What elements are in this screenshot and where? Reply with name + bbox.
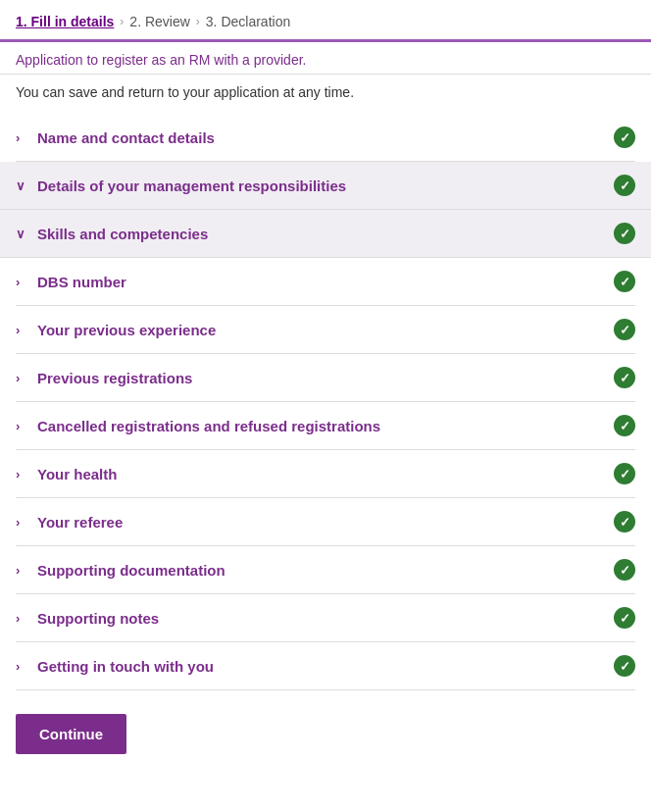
button-area: Continue — [0, 690, 651, 778]
section-cancelled-registrations-label: Cancelled registrations and refused regi… — [37, 418, 380, 434]
step-1-label: 1. Fill in details — [16, 14, 114, 29]
page-wrapper: 1. Fill in details › 2. Review › 3. Decl… — [0, 0, 651, 778]
chevron-right-icon-dbs: › — [16, 275, 29, 289]
section-previous-experience-label: Your previous experience — [37, 322, 216, 338]
chevron-right-icon-referee: › — [16, 515, 29, 530]
step-3[interactable]: 3. Declaration — [206, 14, 290, 29]
chevron-down-icon-mgmt: ∨ — [16, 178, 29, 193]
chevron-right-icon-notes: › — [16, 611, 29, 626]
step-2-label: 2. Review — [129, 14, 189, 29]
continue-button[interactable]: Continue — [16, 714, 126, 754]
complete-check-icon-referee — [614, 511, 635, 533]
section-supporting-documentation[interactable]: › Supporting documentation — [16, 546, 635, 594]
save-return-text: You can save and return to your applicat… — [0, 75, 651, 114]
section-previous-registrations[interactable]: › Previous registrations — [16, 354, 635, 402]
complete-check-icon-docs — [614, 559, 635, 581]
app-description: Application to register as an RM with a … — [0, 42, 651, 75]
complete-check-icon-touch — [614, 655, 635, 677]
section-your-referee[interactable]: › Your referee — [16, 498, 635, 546]
section-management-responsibilities-label: Details of your management responsibilit… — [37, 178, 346, 194]
complete-check-icon-health — [614, 463, 635, 484]
sections-list: › Name and contact details ∨ Details of … — [0, 114, 651, 690]
step-1[interactable]: 1. Fill in details — [16, 14, 114, 29]
chevron-right-icon-cancelled: › — [16, 419, 29, 433]
complete-check-icon-notes — [614, 607, 635, 629]
section-your-health-label: Your health — [37, 466, 117, 482]
complete-check-icon-exp — [614, 319, 635, 340]
complete-check-icon — [614, 127, 635, 148]
arrow-2: › — [196, 15, 200, 28]
section-previous-experience[interactable]: › Your previous experience — [16, 306, 635, 354]
section-previous-registrations-label: Previous registrations — [37, 370, 192, 386]
section-skills-competencies[interactable]: ∨ Skills and competencies — [0, 210, 651, 258]
chevron-right-icon-prev-reg: › — [16, 371, 29, 385]
section-your-referee-label: Your referee — [37, 514, 123, 531]
chevron-right-icon-exp: › — [16, 323, 29, 337]
section-skills-competencies-label: Skills and competencies — [37, 226, 208, 242]
section-management-responsibilities[interactable]: ∨ Details of your management responsibil… — [0, 162, 651, 210]
complete-check-icon-skills — [614, 223, 635, 244]
section-getting-in-touch-label: Getting in touch with you — [37, 658, 214, 675]
section-supporting-documentation-label: Supporting documentation — [37, 562, 225, 579]
section-dbs-number[interactable]: › DBS number — [16, 258, 635, 306]
step-3-label: 3. Declaration — [206, 14, 290, 29]
complete-check-icon-dbs — [614, 271, 635, 292]
section-cancelled-registrations[interactable]: › Cancelled registrations and refused re… — [16, 402, 635, 450]
chevron-right-icon-docs: › — [16, 563, 29, 578]
progress-bar: 1. Fill in details › 2. Review › 3. Decl… — [0, 0, 651, 42]
section-dbs-label: DBS number — [37, 274, 126, 290]
section-name-contact-label: Name and contact details — [37, 129, 215, 146]
complete-check-icon-mgmt — [614, 175, 635, 196]
expanded-group: ∨ Details of your management responsibil… — [0, 162, 651, 258]
chevron-down-icon-skills: ∨ — [16, 227, 29, 241]
complete-check-icon-cancelled — [614, 415, 635, 436]
section-supporting-notes[interactable]: › Supporting notes — [16, 594, 635, 642]
chevron-right-icon-touch: › — [16, 659, 29, 674]
section-your-health[interactable]: › Your health — [16, 450, 635, 498]
progress-steps: 1. Fill in details › 2. Review › 3. Decl… — [16, 14, 635, 39]
chevron-right-icon: › — [16, 130, 29, 145]
section-getting-in-touch[interactable]: › Getting in touch with you — [16, 642, 635, 690]
section-supporting-notes-label: Supporting notes — [37, 610, 159, 627]
section-name-contact[interactable]: › Name and contact details — [16, 114, 635, 162]
arrow-1: › — [120, 15, 124, 28]
chevron-right-icon-health: › — [16, 467, 29, 482]
complete-check-icon-prev-reg — [614, 367, 635, 388]
step-2[interactable]: 2. Review — [129, 14, 189, 29]
